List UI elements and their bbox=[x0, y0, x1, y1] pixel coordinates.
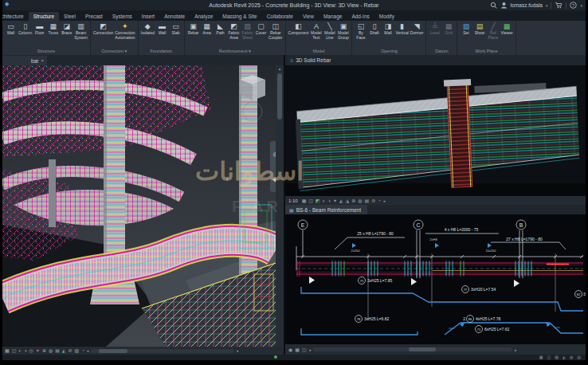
section-view-tab[interactable]: ▤ BS-6 - Beam Reinforcement bbox=[285, 205, 367, 214]
column-button[interactable]: ▯Column bbox=[18, 22, 32, 36]
crop-view-icon[interactable]: ✦ bbox=[333, 198, 337, 204]
visual-style-icon[interactable]: ◫ bbox=[308, 198, 313, 204]
viewer-button[interactable]: ▩Viewer bbox=[500, 22, 512, 36]
press-drag-icon[interactable]: ◍ bbox=[570, 355, 573, 360]
scrollbar-thumb[interactable] bbox=[409, 347, 436, 351]
wall-opening-button[interactable]: ◨Wall bbox=[382, 22, 394, 36]
right-top-tab-label[interactable]: 3D Solid Rebar bbox=[296, 57, 331, 63]
reveal-hidden-icon[interactable]: ⊘ bbox=[68, 347, 72, 354]
fabric-area-button[interactable]: ◩Fabric Area bbox=[228, 22, 240, 40]
scale-icon[interactable]: ▦ bbox=[5, 347, 10, 354]
3d-lock-icon[interactable]: ◮ bbox=[346, 198, 350, 204]
help-icon[interactable]: ? bbox=[570, 2, 577, 9]
sun-path-icon[interactable]: ◩ bbox=[316, 198, 320, 204]
search-icon[interactable] bbox=[490, 2, 497, 9]
connection-button[interactable]: ◩Connection bbox=[93, 22, 113, 36]
shadows-icon[interactable]: ◐ bbox=[323, 198, 326, 204]
visual-style-icon[interactable]: ◫ bbox=[302, 347, 307, 353]
worksets-icon[interactable]: ▦ bbox=[539, 355, 543, 360]
worksharing-display-icon[interactable]: ▤ bbox=[365, 198, 370, 204]
left-vertical-scrollbar[interactable]: ▴ bbox=[276, 65, 284, 347]
worksharing-display-icon[interactable]: ▧ bbox=[74, 347, 79, 354]
hscroll-right-icon[interactable]: ▸ bbox=[237, 348, 239, 353]
wall-button[interactable]: ▭Wall bbox=[5, 22, 17, 36]
hscroll-left-icon[interactable]: ◂ bbox=[383, 198, 386, 203]
left-horizontal-scrollbar[interactable] bbox=[91, 349, 234, 353]
hscroll-left-icon[interactable]: ◂ bbox=[87, 348, 89, 353]
view-scale[interactable]: 1:10 bbox=[288, 198, 298, 203]
editable-only-icon[interactable]: ▧ bbox=[555, 355, 559, 360]
isolated-button[interactable]: ◆Isolated bbox=[141, 22, 155, 36]
model-group-button[interactable]: ▣Model Group bbox=[337, 22, 349, 40]
tab-systems[interactable]: Systems bbox=[108, 12, 137, 21]
ref-plane-button[interactable]: ╱Ref Plane bbox=[487, 22, 499, 40]
tab-structure[interactable]: Structure bbox=[29, 12, 59, 21]
detail-level-icon[interactable]: ▦ bbox=[295, 347, 300, 353]
left-3d-canvas[interactable] bbox=[2, 65, 276, 347]
analysis-icon[interactable]: ◔ bbox=[378, 198, 381, 204]
floor-button[interactable]: ▬Floor bbox=[33, 22, 45, 36]
user-avatar-icon[interactable] bbox=[500, 2, 508, 9]
temporary-hide-icon[interactable]: ◭ bbox=[62, 347, 66, 354]
cover-button[interactable]: ▢Cover bbox=[255, 22, 267, 36]
right-3d-canvas[interactable] bbox=[285, 65, 586, 196]
set-button[interactable]: ▧Set bbox=[460, 22, 472, 36]
tab-annotate[interactable]: Annotate bbox=[159, 12, 190, 21]
reveal-hidden-icon[interactable]: ◉ bbox=[288, 347, 292, 353]
tab-precast[interactable]: Precast bbox=[80, 12, 108, 21]
tab-modify[interactable]: Modify bbox=[374, 12, 399, 21]
slab-button[interactable]: ▭Slab bbox=[170, 22, 182, 36]
hscroll-left-icon[interactable]: ◂ bbox=[309, 347, 312, 352]
tab-manage[interactable]: Manage bbox=[319, 12, 347, 21]
show-button[interactable]: ▤Show bbox=[473, 22, 485, 36]
tab-analyze[interactable]: Analyze bbox=[190, 12, 218, 21]
visual-style-icon[interactable]: ◐ bbox=[18, 347, 22, 354]
vertical-button[interactable]: ▮Vertical bbox=[395, 22, 408, 36]
username[interactable]: tomasz.fudala bbox=[511, 2, 543, 8]
tab-massing-site[interactable]: Massing & Site bbox=[218, 12, 261, 21]
scrollbar-thumb[interactable] bbox=[277, 73, 282, 120]
exclude-options-icon[interactable]: ◭ bbox=[563, 355, 566, 360]
area-button[interactable]: ▦Area bbox=[201, 22, 213, 36]
connection-automation-button[interactable]: ✦Connection Automation bbox=[115, 22, 135, 40]
section-horizontal-scrollbar[interactable] bbox=[313, 347, 512, 351]
scroll-up-icon[interactable]: ▴ bbox=[276, 65, 284, 72]
constraints-icon[interactable]: ⊘ bbox=[371, 198, 375, 204]
design-options-icon[interactable]: ◫ bbox=[547, 355, 551, 360]
model-line-button[interactable]: ╲Model Line bbox=[323, 22, 335, 40]
path-button[interactable]: ◣Path bbox=[214, 22, 226, 36]
tab-view[interactable]: View bbox=[298, 12, 319, 21]
shadows-icon[interactable]: ◎ bbox=[29, 347, 33, 354]
crop-region-icon[interactable]: ◍ bbox=[49, 347, 53, 354]
section-drawing-canvas[interactable]: E C B 25 x H8 L=1790 - 80 4 x H8 L=2000 … bbox=[285, 214, 586, 344]
render-icon[interactable]: ◑ bbox=[327, 198, 331, 204]
component-button[interactable]: ◧Component bbox=[288, 22, 309, 36]
shaft-button[interactable]: ▯Shaft bbox=[368, 22, 380, 36]
wall-foundation-button[interactable]: ▬Wall bbox=[156, 22, 168, 36]
fabric-sheet-button[interactable]: ▨Fabric Sheet bbox=[241, 22, 253, 40]
cart-icon[interactable] bbox=[555, 2, 563, 9]
render-icon[interactable]: ✦ bbox=[36, 347, 40, 354]
filter-icon[interactable]: ▤ bbox=[577, 355, 581, 360]
beam-system-button[interactable]: ▥Beam System bbox=[74, 22, 88, 40]
home-icon[interactable]: ⌂ bbox=[290, 57, 293, 63]
detail-level-icon[interactable]: ▦ bbox=[302, 198, 307, 204]
rebar-coupler-button[interactable]: ◫Rebar Coupler bbox=[269, 22, 283, 40]
tab-add-ins[interactable]: Add-Ins bbox=[347, 12, 374, 21]
rebar-button[interactable]: ▣Rebar bbox=[187, 22, 199, 36]
help-caret-icon[interactable]: ▾ bbox=[580, 3, 582, 8]
tab-steel[interactable]: Steel bbox=[59, 12, 80, 21]
left-view-tab[interactable]: bar × bbox=[2, 56, 47, 65]
grid-button[interactable]: ▦Grid bbox=[442, 22, 454, 36]
detail-level-icon[interactable]: ◫ bbox=[12, 347, 17, 354]
crop-view-icon[interactable]: ⊕ bbox=[42, 347, 46, 354]
hscroll-right-icon[interactable]: ▸ bbox=[515, 347, 517, 352]
tab-insert[interactable]: Insert bbox=[137, 12, 159, 21]
truss-button[interactable]: ▦Truss bbox=[47, 22, 59, 36]
reveal-hidden-icon[interactable]: ◍ bbox=[358, 198, 362, 204]
brace-button[interactable]: ◪Brace bbox=[61, 22, 73, 36]
crop-region-icon[interactable]: ◭ bbox=[339, 198, 343, 204]
tab-collaborate[interactable]: Collaborate bbox=[262, 12, 298, 21]
sun-path-icon[interactable]: ◑ bbox=[24, 347, 27, 354]
dormer-button[interactable]: ◥Dormer bbox=[410, 22, 424, 36]
